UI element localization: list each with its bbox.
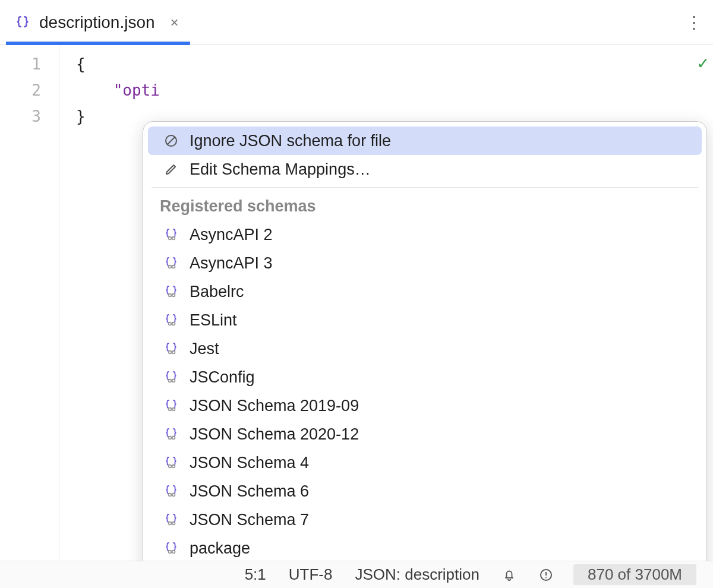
notifications-icon[interactable] — [500, 568, 519, 582]
tab-bar: description.json × ⋮ — [0, 0, 713, 45]
schema-item-label: JSON Schema 7 — [190, 511, 309, 529]
schema-icon — [163, 313, 179, 327]
editor-window: description.json × ⋮ 1 2 3 { "opti } ✓ — [0, 0, 713, 588]
schema-popup: Ignore JSON schema for file Edit Schema … — [143, 121, 707, 561]
schema-icon — [163, 513, 179, 527]
schema-item[interactable]: ESLint — [148, 306, 702, 334]
line-number: 2 — [0, 77, 59, 103]
file-tab-label: description.json — [39, 13, 155, 32]
problems-icon[interactable] — [537, 568, 556, 582]
inspection-ok-icon[interactable]: ✓ — [698, 52, 708, 73]
schema-icon — [163, 342, 179, 356]
schema-icon — [163, 456, 179, 470]
schema-item-label: Babelrc — [190, 283, 244, 301]
schema-icon — [163, 227, 179, 242]
schema-item[interactable]: JSConfig — [148, 363, 702, 391]
line-number-gutter: 1 2 3 — [0, 45, 59, 561]
json-file-icon — [14, 15, 31, 30]
schema-item-label: package — [190, 539, 250, 558]
popup-item-label: Edit Schema Mappings… — [190, 160, 371, 179]
schema-item-label: JSConfig — [190, 368, 255, 387]
schema-icon — [163, 427, 179, 441]
popup-item-label: Ignore JSON schema for file — [190, 132, 391, 150]
close-tab-icon[interactable]: × — [163, 14, 179, 31]
no-sign-icon — [163, 134, 179, 148]
schema-item-label: JSON Schema 2020-12 — [190, 425, 359, 444]
schema-item[interactable]: JSON Schema 7 — [148, 505, 702, 534]
schema-item[interactable]: AsyncAPI 2 — [148, 220, 702, 249]
svg-point-46 — [545, 577, 547, 578]
schema-item[interactable]: JSON Schema 2019-09 — [148, 391, 702, 420]
code-line: { — [59, 51, 713, 77]
status-bar: 5:1 UTF-8 JSON: description 870 of 3700M — [0, 561, 713, 588]
schema-icon — [163, 484, 179, 498]
schema-icon — [163, 399, 179, 413]
schema-item-label: AsyncAPI 3 — [190, 254, 273, 273]
schema-item-label: JSON Schema 4 — [190, 454, 309, 472]
schema-list: AsyncAPI 2AsyncAPI 3BabelrcESLintJestJSC… — [143, 220, 706, 561]
caret-position[interactable]: 5:1 — [242, 565, 269, 584]
schema-item-label: JSON Schema 2019-09 — [190, 397, 359, 415]
line-number: 3 — [0, 103, 59, 129]
schema-icon — [163, 541, 179, 555]
schema-item[interactable]: JSON Schema 4 — [148, 448, 702, 477]
schema-item[interactable]: package — [148, 534, 702, 561]
json-schema-widget[interactable]: JSON: description — [352, 565, 482, 584]
schema-icon — [163, 284, 179, 299]
schema-item[interactable]: JSON Schema 6 — [148, 477, 702, 505]
schema-item[interactable]: JSON Schema 2020-12 — [148, 420, 702, 448]
schema-item-label: Jest — [190, 340, 219, 358]
schema-icon — [163, 370, 179, 384]
schema-item[interactable]: Jest — [148, 334, 702, 363]
json-property: "opti — [113, 81, 160, 99]
popup-section-header: Registered schemas — [143, 191, 706, 220]
popup-separator — [152, 187, 698, 188]
schema-item-label: JSON Schema 6 — [190, 482, 309, 501]
schema-item[interactable]: AsyncAPI 3 — [148, 249, 702, 277]
popup-item-ignore-schema[interactable]: Ignore JSON schema for file — [148, 127, 702, 155]
file-tab[interactable]: description.json × — [0, 0, 194, 45]
line-number: 1 — [0, 51, 59, 77]
popup-item-edit-mappings[interactable]: Edit Schema Mappings… — [148, 155, 702, 184]
schema-item[interactable]: Babelrc — [148, 277, 702, 306]
schema-item-label: ESLint — [190, 311, 237, 330]
svg-line-1 — [168, 137, 175, 144]
schema-item-label: AsyncAPI 2 — [190, 226, 273, 244]
editor-area: 1 2 3 { "opti } ✓ Ignore JSON schema for… — [0, 45, 713, 561]
memory-indicator[interactable]: 870 of 3700M — [573, 564, 696, 585]
pencil-icon — [163, 162, 179, 176]
code-line: "opti — [59, 77, 713, 103]
schema-icon — [163, 256, 179, 270]
tab-options-icon[interactable]: ⋮ — [686, 0, 702, 45]
file-encoding[interactable]: UTF-8 — [286, 565, 335, 584]
